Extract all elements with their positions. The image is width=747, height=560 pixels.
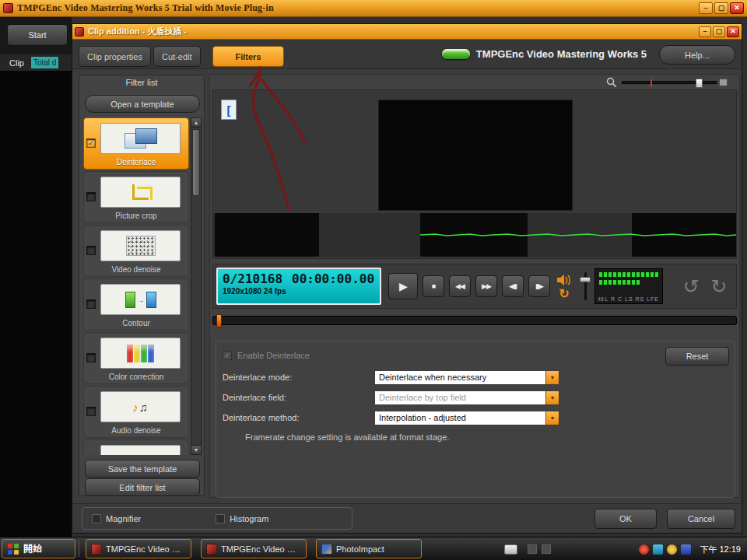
- zoom-slider-handle[interactable]: [696, 79, 703, 88]
- taskbar-divider: [79, 541, 79, 557]
- seek-bar[interactable]: [212, 316, 737, 325]
- language-bar-icon[interactable]: [542, 544, 551, 554]
- tab-filters[interactable]: Filters: [212, 46, 284, 67]
- filter-item-partial[interactable]: [83, 439, 189, 455]
- tab-cut-edit[interactable]: Cut-edit: [153, 46, 201, 67]
- deinterlace-method-select[interactable]: Interpolation - adjusted ▼: [374, 411, 559, 425]
- rewind-button[interactable]: ◀◀: [449, 275, 471, 297]
- clip-list[interactable]: [0, 71, 72, 537]
- histogram-label: Histogram: [230, 514, 268, 523]
- dropdown-arrow-icon[interactable]: ▼: [545, 411, 559, 425]
- dialog-title: Clip addition - 火盾技插 -: [88, 26, 697, 37]
- deinterlace-mode-label: Deinterlace mode:: [223, 373, 292, 382]
- music-notes-icon: ♪♫: [132, 401, 149, 414]
- close-button[interactable]: ✕: [730, 2, 744, 14]
- taskbar-item-photoimpact[interactable]: PhotoImpact: [316, 539, 422, 558]
- filter-item-picture-crop[interactable]: Picture crop: [83, 171, 189, 223]
- filter-thumbnail: [100, 338, 181, 369]
- taskbar: 開始 TMPGEnc Video Mas... TMPGEnc Video Ma…: [0, 537, 747, 560]
- keyboard-layout-icon[interactable]: [504, 544, 517, 555]
- taskbar-item-tmpgenc-1[interactable]: TMPGEnc Video Mas...: [86, 539, 191, 558]
- tmpgenc-app-icon: [206, 544, 217, 555]
- seek-handle[interactable]: [216, 314, 222, 327]
- selected-value: Interpolation - adjusted: [375, 411, 545, 425]
- clock: 下午 12:19: [700, 544, 741, 555]
- speaker-icon[interactable]: [556, 273, 573, 287]
- undo-icon[interactable]: ↺: [677, 275, 705, 298]
- scrollbar-thumb[interactable]: [192, 129, 200, 196]
- dropdown-arrow-icon[interactable]: ▼: [545, 371, 559, 384]
- save-template-button[interactable]: Save the template: [85, 460, 200, 478]
- start-label: 開始: [23, 542, 42, 555]
- volume-slider[interactable]: [579, 270, 591, 303]
- filter-item-video-denoise[interactable]: Video denoise: [83, 225, 189, 277]
- help-button[interactable]: Help...: [659, 45, 735, 65]
- filter-item-color-correction[interactable]: Color correction: [83, 332, 189, 384]
- zoom-control: [606, 77, 728, 88]
- edit-filter-list-button[interactable]: Edit filter list: [85, 478, 200, 496]
- enable-deinterlace-label: Enable Deinterlace: [237, 351, 310, 360]
- filter-thumbnail: [100, 177, 181, 208]
- windows-logo-icon: [8, 544, 19, 555]
- zoom-slider[interactable]: [622, 81, 717, 84]
- filter-checkbox[interactable]: [86, 299, 96, 309]
- deinterlace-field-select[interactable]: Deinterlace by top field ▼: [374, 390, 559, 405]
- scroll-up-arrow[interactable]: ▲: [191, 118, 201, 128]
- clip-addition-dialog: Clip addition - 火盾技插 - – ▢ ✕ Clip proper…: [72, 23, 742, 534]
- tray-icon[interactable]: [653, 544, 663, 555]
- filter-thumbnail: [100, 123, 181, 154]
- loop-playback-icon[interactable]: ↻: [559, 288, 569, 300]
- filter-checkbox[interactable]: [86, 407, 96, 416]
- magnifier-checkbox[interactable]: [92, 514, 101, 523]
- language-bar-icon[interactable]: [528, 544, 537, 554]
- filter-item-label: Deinterlace: [84, 158, 188, 166]
- video-preview-area: [: [212, 89, 737, 259]
- start-step-button[interactable]: Start: [7, 24, 68, 46]
- contour-icon: →: [125, 292, 156, 308]
- layout-bracket-icon[interactable]: [: [221, 100, 237, 120]
- deinterlace-mode-select[interactable]: Deinterlace when necessary ▼: [374, 370, 559, 385]
- filter-item-audio-denoise[interactable]: ♪♫ Audio denoise: [83, 386, 189, 438]
- cancel-button[interactable]: Cancel: [667, 509, 735, 529]
- fast-forward-button[interactable]: ▶▶: [475, 275, 497, 297]
- tray-icon[interactable]: [681, 544, 691, 555]
- filter-checkbox[interactable]: ✓: [86, 138, 96, 148]
- tab-clip-properties[interactable]: Clip properties: [79, 46, 151, 67]
- ok-button[interactable]: OK: [594, 509, 657, 529]
- timeline-strip[interactable]: [213, 213, 736, 257]
- tray-icon[interactable]: [639, 544, 649, 555]
- play-button[interactable]: ▶: [388, 273, 418, 299]
- filter-item-deinterlace[interactable]: ✓ Deinterlace: [83, 117, 189, 170]
- maximize-button[interactable]: ▢: [714, 2, 728, 14]
- dialog-minimize-button[interactable]: –: [699, 26, 711, 37]
- tab-bar: Clip properties Cut-edit Filters TMPGEnc…: [72, 40, 742, 69]
- filter-list-scrollbar[interactable]: ▲ ▼: [191, 117, 202, 455]
- filter-checkbox[interactable]: [86, 246, 96, 255]
- dialog-maximize-button[interactable]: ▢: [713, 26, 725, 37]
- histogram-checkbox[interactable]: [216, 514, 225, 523]
- dialog-footer: Magnifier Histogram OK Cancel: [72, 503, 742, 533]
- stop-button[interactable]: ■: [423, 275, 444, 297]
- dialog-close-button[interactable]: ✕: [727, 26, 739, 37]
- filter-item-label: Picture crop: [84, 212, 188, 220]
- filter-item-contour[interactable]: → Contour: [83, 278, 189, 331]
- zoom-tick: [651, 79, 652, 87]
- previous-frame-button[interactable]: ◀▮: [502, 275, 524, 297]
- reset-button[interactable]: Reset: [665, 347, 729, 366]
- redo-icon[interactable]: ↻: [705, 275, 733, 298]
- filter-checkbox[interactable]: [86, 353, 96, 362]
- scroll-down-arrow[interactable]: ▼: [191, 445, 201, 454]
- enable-deinterlace-checkbox[interactable]: ✓: [223, 351, 232, 360]
- filter-thumbnail: [100, 445, 181, 455]
- tray-icon[interactable]: [667, 544, 677, 555]
- taskbar-item-tmpgenc-2[interactable]: TMPGEnc Video Mas...: [201, 539, 307, 558]
- minimize-button[interactable]: –: [699, 2, 713, 14]
- open-template-button[interactable]: Open a template: [85, 95, 200, 113]
- dropdown-arrow-icon[interactable]: ▼: [545, 391, 559, 404]
- next-frame-button[interactable]: ▮▶: [528, 275, 550, 297]
- clip-column-label: Clip: [9, 58, 24, 68]
- start-menu-button[interactable]: 開始: [2, 539, 75, 558]
- filter-checkbox[interactable]: [86, 192, 96, 201]
- volume-handle[interactable]: [580, 277, 591, 282]
- magnifier-label: Magnifier: [106, 514, 141, 523]
